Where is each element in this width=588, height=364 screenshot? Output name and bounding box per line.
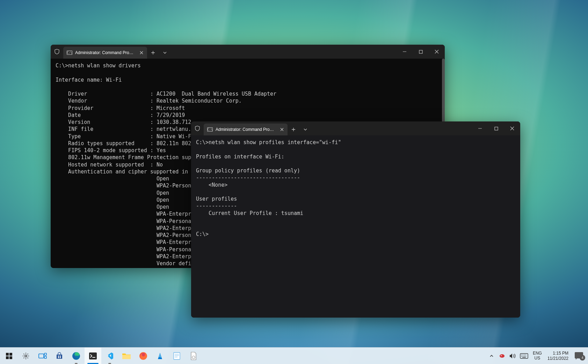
svg-rect-5 [9,356,12,359]
tab-title: Administrator: Command Prompt [216,127,276,132]
language-indicator[interactable]: ENG US [531,351,544,360]
svg-rect-22 [520,354,528,358]
titlebar[interactable]: C:\ Administrator: Command Prompt [51,45,445,59]
vscode-icon[interactable] [101,348,118,364]
task-view-icon[interactable] [34,348,51,364]
maximize-button[interactable] [413,45,429,59]
svg-rect-11 [60,356,61,357]
svg-rect-12 [58,357,59,358]
svg-point-20 [500,354,504,358]
minimize-button[interactable] [397,45,413,59]
new-tab-button[interactable] [147,47,159,59]
svg-rect-15 [89,352,97,359]
svg-rect-18 [174,352,180,359]
notif-count: 4 [582,356,583,359]
svg-rect-10 [58,356,59,357]
close-button[interactable] [504,121,520,135]
clock-date: 11/21/2022 [547,356,568,361]
tab-dropdown-button[interactable] [159,47,171,59]
svg-rect-1 [495,127,498,130]
titlebar[interactable]: C:\ Administrator: Command Prompt [191,121,520,135]
svg-point-21 [501,355,502,356]
tray-expand-icon[interactable] [488,352,495,359]
tab-close-button[interactable] [139,50,144,55]
terminal-window-profiles[interactable]: C:\ Administrator: Command Prompt C:\>ne… [191,121,520,318]
keyboard-icon[interactable] [520,352,529,359]
tab-title: Administrator: Command Prompt [75,50,136,55]
clock-time: 1:15 PM [553,351,568,356]
svg-rect-0 [419,50,422,53]
document-icon[interactable] [185,348,202,364]
svg-rect-13 [60,357,61,358]
lang-bottom: US [535,356,540,361]
microsoft-store-icon[interactable] [51,348,68,364]
shield-icon [51,45,63,59]
new-tab-button[interactable] [288,124,299,135]
azure-icon[interactable] [152,348,168,364]
svg-rect-8 [44,353,46,355]
maximize-button[interactable] [488,121,504,135]
tab-dropdown-button[interactable] [299,124,311,135]
tray-app-icon[interactable] [499,352,506,359]
terminal-output[interactable]: C:\>netsh wlan show profiles interface="… [191,135,520,318]
clock[interactable]: 1:15 PM 11/21/2022 [544,351,572,361]
tab-close-button[interactable] [279,127,285,132]
file-explorer-icon[interactable] [118,348,135,364]
tab-command-prompt[interactable]: C:\ Administrator: Command Prompt [63,47,147,59]
edge-browser-icon[interactable] [68,348,85,364]
svg-rect-4 [6,356,9,359]
svg-rect-7 [39,354,44,358]
svg-rect-3 [9,353,12,356]
system-tray [486,352,531,359]
cmd-icon: C:\ [207,127,213,132]
volume-icon[interactable] [509,352,516,359]
notepad-icon[interactable] [168,348,185,364]
minimize-button[interactable] [472,121,488,135]
svg-rect-16 [122,355,131,359]
settings-icon[interactable] [17,348,34,364]
close-button[interactable] [429,45,445,59]
notifications-button[interactable]: 4 [572,350,587,362]
cmd-icon: C:\ [67,51,72,55]
firefox-icon[interactable] [135,348,152,364]
svg-point-6 [25,355,27,357]
tab-command-prompt[interactable]: C:\ Administrator: Command Prompt [204,124,288,135]
taskbar: ENG US 1:15 PM 11/21/2022 4 [0,347,588,364]
svg-rect-9 [44,356,46,358]
lang-top: ENG [533,351,542,356]
start-button[interactable] [1,348,17,364]
windows-terminal-icon[interactable] [85,348,101,364]
shield-icon [191,121,204,135]
svg-rect-2 [6,353,9,356]
